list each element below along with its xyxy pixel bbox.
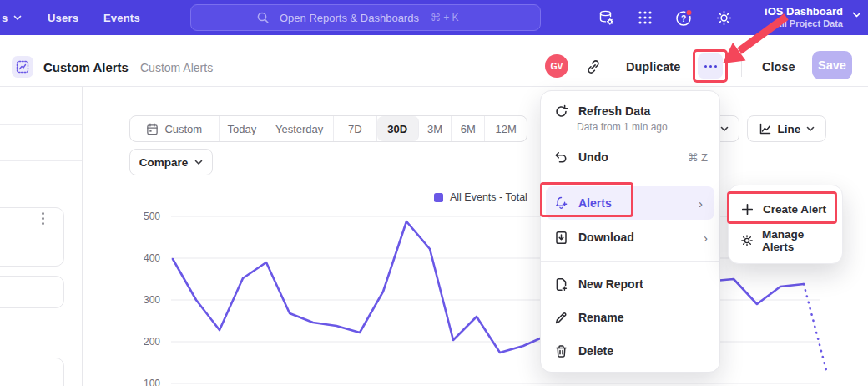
copy-link-icon[interactable] <box>585 58 602 75</box>
chart-legend: All Events - Total <box>434 191 527 203</box>
search-shortcut: ⌘ + K <box>431 12 459 23</box>
svg-text:100: 100 <box>144 378 160 386</box>
project-scope: All Project Data <box>765 18 843 29</box>
chevron-down-icon <box>720 126 729 132</box>
divider <box>741 55 742 77</box>
calendar-icon <box>146 123 159 135</box>
svg-text:?: ? <box>681 14 686 23</box>
submenu-chevron-icon: › <box>699 197 703 210</box>
legend-swatch <box>434 193 443 202</box>
range-custom[interactable]: Custom <box>130 116 220 141</box>
refresh-icon <box>554 104 568 119</box>
menu-item-refresh-data[interactable]: Refresh Data <box>541 99 719 123</box>
menu-item-delete[interactable]: Delete <box>541 334 719 368</box>
svg-text:500: 500 <box>144 211 160 222</box>
more-options-menu: Refresh Data Data from 1 min ago Undo ⌘ … <box>540 90 720 373</box>
trash-icon <box>554 344 568 358</box>
page-title: Custom Alerts <box>43 60 129 74</box>
sidebar-card[interactable] <box>0 358 64 386</box>
kebab-menu-icon[interactable] <box>42 212 44 225</box>
app-window: 100200300400500 All Events - Total s Use… <box>0 0 868 386</box>
line-chart-icon <box>759 122 772 135</box>
svg-text:200: 200 <box>144 336 160 348</box>
plus-icon <box>740 203 754 216</box>
download-icon <box>554 231 568 245</box>
legend-label: All Events - Total <box>450 191 527 203</box>
more-options-button[interactable] <box>698 53 723 79</box>
menu-item-rename[interactable]: Rename <box>541 301 719 334</box>
search-icon <box>256 11 270 24</box>
avatar[interactable]: GV <box>545 54 568 78</box>
range-3m[interactable]: 3M <box>419 116 452 141</box>
save-button[interactable]: Save <box>812 51 852 79</box>
chart-type-button[interactable]: Line <box>747 115 826 142</box>
notification-dot <box>686 9 692 15</box>
close-button[interactable]: Close <box>762 60 795 74</box>
nav-item-users[interactable]: Users <box>48 12 78 24</box>
menu-item-download[interactable]: Download › <box>541 220 719 255</box>
bell-plus-icon <box>554 196 568 211</box>
search-input[interactable]: Open Reports & Dashboards ⌘ + K <box>190 4 541 31</box>
help-icon[interactable]: ? <box>674 8 694 28</box>
menu-item-new-report[interactable]: New Report <box>541 267 719 301</box>
submenu-chevron-icon: › <box>704 231 708 244</box>
top-nav-bar: s Users Events Open Reports & Dashboards… <box>0 0 868 35</box>
search-placeholder: Open Reports & Dashboards <box>280 12 419 24</box>
submenu-item-create-alert[interactable]: Create Alert <box>729 193 842 225</box>
nav-item-events[interactable]: Events <box>103 12 140 24</box>
new-report-icon <box>554 277 568 292</box>
sidebar-card[interactable] <box>0 207 64 267</box>
chevron-down-icon <box>194 160 203 165</box>
range-yesterday[interactable]: Yesterday <box>265 116 334 141</box>
range-30d-selected[interactable]: 30D <box>377 116 419 141</box>
compare-button[interactable]: Compare <box>129 149 213 175</box>
project-name: iOS Dashboard <box>765 4 843 18</box>
apps-grid-icon[interactable] <box>635 8 655 28</box>
range-6m[interactable]: 6M <box>452 116 485 141</box>
sidebar-divider <box>0 160 82 161</box>
breadcrumb[interactable]: Custom Alerts <box>140 61 213 74</box>
menu-divider <box>541 261 719 262</box>
chevron-down-icon <box>806 126 815 132</box>
pencil-icon <box>554 311 568 325</box>
gear-icon <box>740 234 754 247</box>
sidebar-divider <box>0 124 82 125</box>
range-7d[interactable]: 7D <box>334 116 377 141</box>
undo-shortcut: ⌘ Z <box>687 151 708 164</box>
svg-text:300: 300 <box>144 294 160 306</box>
project-switcher[interactable]: iOS Dashboard All Project Data <box>765 4 843 29</box>
chevron-down-icon <box>852 12 861 18</box>
menu-item-undo[interactable]: Undo ⌘ Z <box>541 140 719 174</box>
alerts-submenu: Create Alert Manage Alerts <box>728 185 843 264</box>
submenu-item-manage-alerts[interactable]: Manage Alerts <box>729 225 842 256</box>
report-header: Custom Alerts Custom Alerts GV Duplicate… <box>0 35 868 87</box>
data-icon[interactable] <box>596 8 616 28</box>
settings-icon[interactable] <box>714 8 734 28</box>
menu-item-alerts[interactable]: Alerts › <box>546 186 714 220</box>
refresh-data-subtitle: Data from 1 min ago <box>577 121 719 133</box>
report-type-icon <box>12 56 33 78</box>
undo-icon <box>554 150 568 165</box>
chevron-down-icon <box>13 15 22 21</box>
sidebar-card[interactable] <box>0 276 64 308</box>
duplicate-button[interactable]: Duplicate <box>626 60 680 74</box>
svg-text:400: 400 <box>144 252 160 264</box>
range-12m[interactable]: 12M <box>485 116 527 141</box>
menu-divider <box>541 180 719 180</box>
date-range-segmented-control: Custom Today Yesterday 7D 30D 3M 6M 12M <box>129 115 527 142</box>
nav-item-truncated[interactable]: s <box>2 12 22 24</box>
range-today[interactable]: Today <box>220 116 266 141</box>
builder-sidebar <box>0 87 83 386</box>
